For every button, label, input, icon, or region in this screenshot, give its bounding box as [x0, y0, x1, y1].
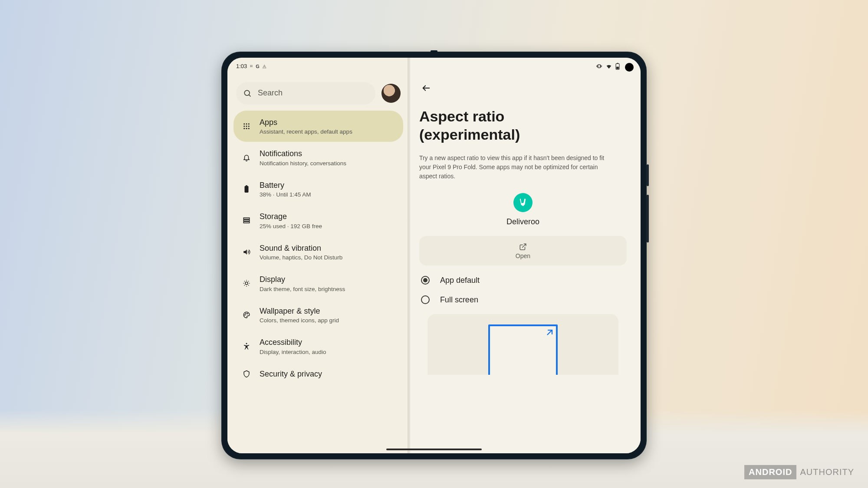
search-placeholder: Search [258, 88, 283, 98]
svg-rect-22 [598, 65, 600, 68]
svg-rect-15 [243, 222, 250, 223]
settings-item-display[interactable]: DisplayDark theme, font size, brightness [233, 268, 403, 299]
settings-item-wallpaper-style[interactable]: Wallpaper & styleColors, themed icons, a… [233, 299, 403, 331]
setting-subtitle: Notification history, conversations [260, 160, 346, 167]
setting-title: Storage [260, 212, 322, 222]
svg-rect-25 [616, 66, 619, 69]
svg-line-28 [547, 330, 552, 335]
deliveroo-app-icon [513, 193, 533, 212]
svg-point-10 [248, 128, 250, 129]
settings-item-notifications[interactable]: NotificationsNotification history, conve… [233, 142, 403, 174]
setting-subtitle: Colors, themed icons, app grid [260, 317, 339, 324]
settings-item-storage[interactable]: Storage25% used · 192 GB free [233, 205, 403, 236]
status-bar: 1:03 ⌗ G ◬ [233, 58, 403, 71]
setting-title: Battery [260, 180, 311, 190]
setting-title: Notifications [260, 149, 346, 159]
device-screen: 1:03 ⌗ G ◬ Search AppsAssistant, recent … [227, 58, 641, 453]
camera-punch-hole [625, 63, 634, 72]
vibrate-icon [596, 63, 602, 69]
watermark: ANDROID AUTHORITY [744, 465, 858, 479]
settings-master-pane: 1:03 ⌗ G ◬ Search AppsAssistant, recent … [227, 58, 409, 453]
back-button[interactable] [419, 81, 433, 95]
accessibility-icon [241, 342, 252, 350]
svg-point-2 [243, 123, 245, 124]
svg-marker-16 [243, 249, 247, 255]
setting-subtitle: 38% · Until 1:45 AM [260, 191, 311, 198]
pixel-fold-device-frame: 1:03 ⌗ G ◬ Search AppsAssistant, recent … [221, 52, 647, 459]
wifi-icon [605, 63, 612, 70]
volume-rocker [647, 195, 649, 242]
setting-title: Security & privacy [260, 369, 322, 379]
page-description: Try a new aspect ratio to view this app … [419, 154, 610, 181]
settings-item-battery[interactable]: Battery38% · Until 1:45 AM [233, 174, 403, 205]
watermark-brand-rest: AUTHORITY [796, 465, 858, 479]
settings-item-sound-vibration[interactable]: Sound & vibrationVolume, haptics, Do Not… [233, 236, 403, 268]
setting-subtitle: Volume, haptics, Do Not Disturb [260, 254, 342, 261]
radio-app-default[interactable]: App default [421, 276, 627, 285]
setting-title: Apps [260, 118, 352, 128]
open-label: Open [516, 252, 530, 259]
settings-item-security-privacy[interactable]: Security & privacy [233, 362, 403, 386]
setting-subtitle: Assistant, recent apps, default apps [260, 128, 352, 135]
search-input[interactable]: Search [236, 82, 375, 105]
settings-item-accessibility[interactable]: AccessibilityDisplay, interaction, audio [233, 331, 403, 362]
svg-point-4 [248, 123, 250, 124]
google-icon: G [256, 64, 260, 69]
aspect-ratio-radio-group: App defaultFull screen [419, 276, 627, 305]
svg-rect-12 [246, 185, 247, 186]
svg-point-20 [247, 313, 248, 314]
setting-subtitle: Dark theme, font size, brightness [260, 286, 345, 292]
svg-point-7 [248, 125, 250, 127]
profile-avatar[interactable] [381, 84, 401, 103]
page-title: Aspect ratio (experimental) [419, 107, 606, 144]
setting-title: Accessibility [260, 337, 326, 347]
setting-title: Sound & vibration [260, 243, 342, 253]
svg-point-5 [243, 125, 245, 127]
status-time: 1:03 [236, 63, 247, 69]
setting-subtitle: 25% used · 192 GB free [260, 223, 322, 229]
app-name: Deliveroo [506, 217, 539, 226]
svg-point-8 [243, 128, 245, 129]
preview-fullscreen-box [488, 324, 558, 375]
gesture-nav-handle[interactable] [386, 449, 482, 450]
svg-point-19 [246, 313, 247, 314]
svg-point-17 [245, 282, 248, 285]
svg-point-21 [246, 343, 247, 344]
svg-point-9 [246, 128, 247, 129]
bell-icon [241, 154, 252, 161]
search-icon [243, 89, 252, 98]
svg-line-27 [522, 244, 526, 247]
power-button [647, 164, 649, 186]
radio-indicator [421, 276, 430, 285]
aspect-ratio-preview [427, 314, 618, 375]
palette-icon [241, 311, 252, 319]
radio-label: Full screen [440, 295, 478, 305]
svg-point-6 [246, 125, 247, 127]
settings-item-apps[interactable]: AppsAssistant, recent apps, default apps [233, 111, 403, 142]
status-bar-right [419, 58, 627, 71]
radio-full-screen[interactable]: Full screen [421, 295, 627, 305]
setting-title: Wallpaper & style [260, 306, 339, 316]
svg-rect-13 [243, 218, 250, 219]
svg-point-3 [246, 123, 247, 124]
security-icon [241, 370, 252, 378]
settings-list: AppsAssistant, recent apps, default apps… [233, 111, 403, 386]
slack-icon: ⌗ [250, 63, 253, 69]
sound-icon [241, 248, 252, 256]
radio-label: App default [440, 276, 480, 285]
open-external-icon [519, 243, 527, 251]
svg-rect-14 [243, 220, 250, 221]
svg-rect-11 [245, 186, 249, 193]
arrow-left-icon [421, 83, 431, 93]
apps-grid-icon [241, 122, 252, 130]
svg-point-0 [244, 90, 250, 95]
storage-icon [241, 216, 252, 224]
svg-rect-24 [617, 63, 618, 64]
setting-title: Display [260, 275, 345, 285]
open-app-button[interactable]: Open [419, 236, 627, 265]
snapseed-icon: ◬ [263, 63, 266, 69]
setting-subtitle: Display, interaction, audio [260, 349, 326, 355]
svg-point-18 [245, 314, 246, 315]
svg-line-1 [249, 95, 251, 96]
display-icon [241, 279, 252, 287]
